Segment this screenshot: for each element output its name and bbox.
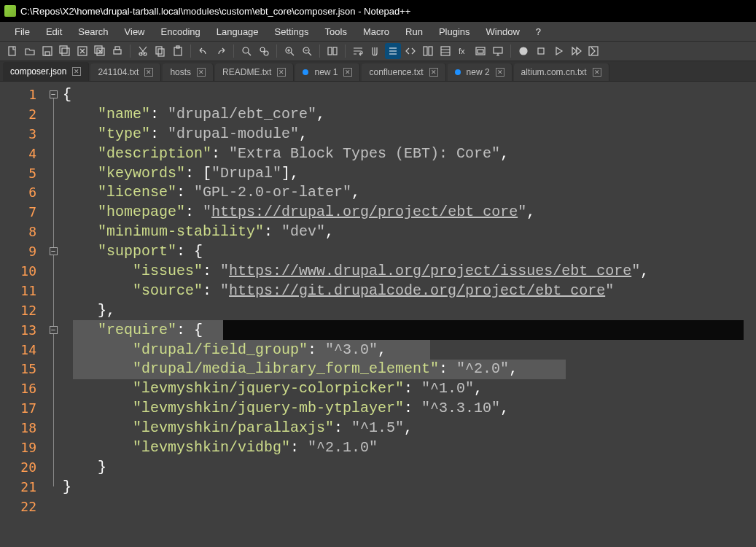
line-number: 10 [0, 261, 44, 281]
svg-rect-8 [114, 50, 121, 54]
tab-composer-json[interactable]: composer.json✕ [3, 62, 89, 81]
indent-guide-icon[interactable] [385, 43, 401, 59]
tab-new-2[interactable]: new 2✕ [448, 63, 513, 81]
window-title: C:\Repos\X2\home\drupal-tarball.local\mo… [20, 6, 410, 17]
cut-icon[interactable] [135, 43, 151, 59]
menu-macro[interactable]: Macro [356, 24, 397, 39]
menu-run[interactable]: Run [398, 24, 430, 39]
line-number: 1 [0, 85, 44, 104]
fold-cell [44, 124, 63, 144]
play-macro-icon[interactable] [550, 43, 566, 59]
find-icon[interactable] [238, 43, 254, 59]
tab-label: 241104.txt [98, 67, 139, 77]
redo-icon[interactable] [213, 43, 229, 59]
close-icon[interactable] [74, 43, 90, 59]
line-number: 15 [0, 359, 44, 379]
fold-cell [44, 222, 63, 241]
fold-cell [44, 202, 63, 222]
play-multi-icon[interactable] [568, 43, 584, 59]
print-icon[interactable] [109, 43, 125, 59]
new-file-icon[interactable] [4, 43, 20, 59]
tab-close-icon[interactable]: ✕ [429, 68, 438, 77]
line-number: 5 [0, 163, 44, 183]
tab-close-icon[interactable]: ✕ [197, 68, 206, 77]
menu-tools[interactable]: Tools [318, 24, 354, 39]
tab-close-icon[interactable]: ✕ [496, 68, 504, 77]
fold-toggle-icon[interactable]: − [50, 90, 58, 98]
code-area[interactable]: { "name": "drupal/ebt_core", "type": "dr… [63, 82, 756, 547]
tab-label: composer.json [10, 66, 66, 77]
line-number: 8 [0, 222, 44, 241]
tab-close-icon[interactable]: ✕ [593, 68, 601, 77]
tab-close-icon[interactable]: ✕ [144, 68, 153, 77]
tab-close-icon[interactable]: ✕ [277, 68, 286, 77]
menu-window[interactable]: Window [479, 24, 527, 39]
fold-toggle-icon[interactable]: − [50, 326, 58, 334]
line-number: 19 [0, 438, 44, 457]
save-all-icon[interactable] [57, 43, 73, 59]
line-number: 11 [0, 281, 44, 300]
menu-search[interactable]: Search [71, 24, 115, 39]
tab-close-icon[interactable]: ✕ [343, 68, 352, 77]
menu-view[interactable]: View [117, 24, 152, 39]
fold-cell [44, 144, 63, 163]
tab-new-1[interactable]: new 1✕ [295, 63, 360, 81]
doc-map-icon[interactable] [420, 43, 436, 59]
svg-rect-28 [478, 50, 483, 53]
zoom-in-icon[interactable] [281, 43, 297, 59]
svg-rect-22 [333, 47, 337, 55]
stop-macro-icon[interactable] [533, 43, 549, 59]
tab-241104-txt[interactable]: 241104.txt✕ [90, 63, 161, 81]
line-number: 22 [0, 497, 44, 516]
line-number: 3 [0, 124, 44, 144]
svg-text:fx: fx [459, 47, 465, 55]
svg-rect-29 [494, 47, 502, 53]
fold-toggle-icon[interactable]: − [50, 247, 58, 255]
monitor-icon[interactable] [490, 43, 506, 59]
copy-icon[interactable] [152, 43, 168, 59]
menu-language[interactable]: Language [209, 24, 266, 39]
close-all-icon[interactable] [92, 43, 108, 59]
tabbar: composer.json✕241104.txt✕hosts✕README.tx… [0, 61, 756, 82]
fold-cell [44, 300, 63, 320]
menu-file[interactable]: File [7, 24, 37, 39]
function-list-icon[interactable]: fx [455, 43, 471, 59]
line-number: 20 [0, 457, 44, 477]
line-number: 18 [0, 418, 44, 438]
line-number-gutter: 12345678910111213141516171819202122 [0, 82, 44, 547]
tab-confluence-txt[interactable]: confluence.txt✕ [362, 63, 445, 81]
menu-settings[interactable]: Settings [268, 24, 316, 39]
replace-icon[interactable] [256, 43, 272, 59]
open-file-icon[interactable] [22, 43, 38, 59]
doc-list-icon[interactable] [437, 43, 453, 59]
sync-scroll-icon[interactable] [324, 43, 340, 59]
line-number: 13 [0, 320, 44, 340]
code-icon[interactable] [402, 43, 418, 59]
save-macro-icon[interactable] [585, 43, 601, 59]
tab-altium-com-cn-txt[interactable]: altium.com.cn.txt✕ [514, 63, 609, 81]
undo-icon[interactable] [195, 43, 211, 59]
tab-label: new 2 [467, 67, 490, 77]
tab-close-icon[interactable]: ✕ [72, 67, 81, 76]
tab-hosts[interactable]: hosts✕ [163, 63, 214, 81]
zoom-out-icon[interactable] [299, 43, 315, 59]
fold-cell [44, 418, 63, 438]
menu-plugins[interactable]: Plugins [432, 24, 478, 39]
record-macro-icon[interactable] [515, 43, 531, 59]
paste-icon[interactable] [170, 43, 186, 59]
folder-workspace-icon[interactable] [472, 43, 488, 59]
svg-rect-13 [158, 49, 164, 56]
save-icon[interactable] [39, 43, 55, 59]
menu-edit[interactable]: Edit [39, 24, 69, 39]
tab-label: confluence.txt [369, 67, 423, 77]
tab-readme-txt[interactable]: README.txt✕ [215, 63, 294, 81]
menu-[interactable]: ? [529, 24, 548, 39]
word-wrap-icon[interactable] [350, 43, 366, 59]
svg-rect-1 [43, 47, 52, 55]
show-all-chars-icon[interactable] [367, 43, 383, 59]
fold-cell [44, 477, 63, 497]
svg-rect-21 [328, 47, 332, 55]
menu-encoding[interactable]: Encoding [154, 24, 208, 39]
svg-rect-9 [115, 47, 120, 50]
fold-cell [44, 359, 63, 379]
